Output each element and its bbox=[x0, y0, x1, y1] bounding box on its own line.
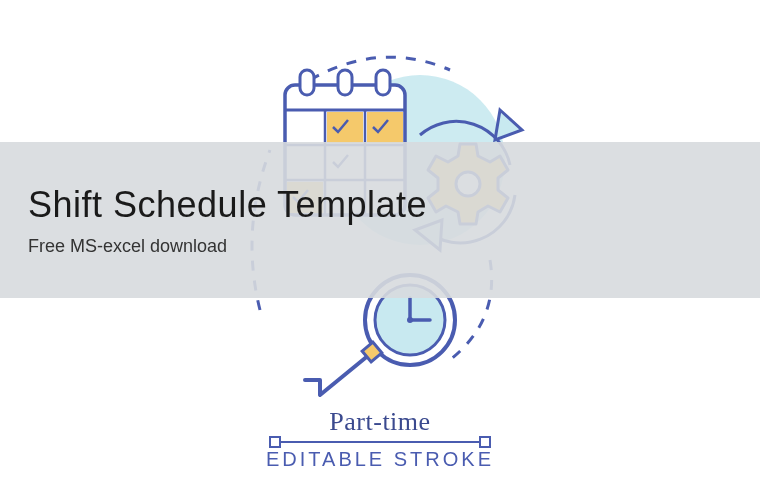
svg-rect-1 bbox=[300, 70, 314, 95]
page-subtitle: Free MS-excel download bbox=[28, 236, 732, 257]
handle-right bbox=[480, 437, 490, 447]
svg-rect-10 bbox=[367, 112, 403, 143]
editable-stroke-text: EDITABLE STROKE bbox=[266, 448, 494, 470]
part-time-text: Part-time bbox=[329, 407, 430, 436]
svg-marker-12 bbox=[495, 110, 522, 140]
svg-point-19 bbox=[407, 317, 413, 323]
svg-rect-2 bbox=[338, 70, 352, 95]
page-title: Shift Schedule Template bbox=[28, 184, 732, 226]
svg-rect-9 bbox=[327, 112, 363, 143]
text-overlay-band: Shift Schedule Template Free MS-excel do… bbox=[0, 142, 760, 298]
svg-rect-3 bbox=[376, 70, 390, 95]
handle-left bbox=[270, 437, 280, 447]
